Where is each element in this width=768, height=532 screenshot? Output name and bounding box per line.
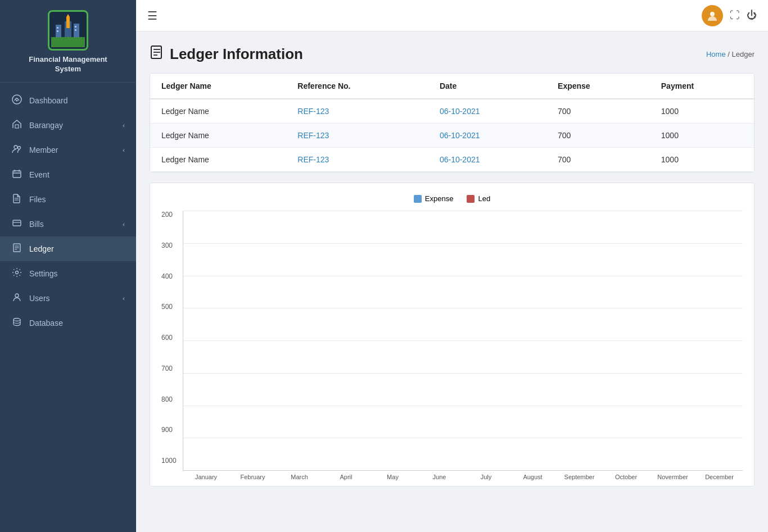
expense-legend-label: Expense [425, 194, 454, 203]
page-content: Ledger Information Home / Ledger Ledger … [136, 31, 768, 532]
x-axis-label: September [556, 471, 603, 480]
col-ledger-name: Ledger Name [150, 74, 286, 99]
bars-area [183, 211, 743, 471]
topbar: ☰ ⛶ ⏻ [136, 0, 768, 31]
grid-line [183, 211, 743, 243]
col-reference: Reference No. [286, 74, 428, 99]
chart-y-axis: 1000900800700600500400300200 [161, 211, 183, 480]
grid-line [183, 406, 743, 438]
ledger-icon [11, 243, 22, 255]
x-axis-label: February [229, 471, 276, 480]
page-header: Ledger Information Home / Ledger [150, 45, 755, 63]
cell-expense: 700 [546, 99, 650, 124]
topbar-actions: ⛶ ⏻ [702, 5, 757, 26]
svg-point-11 [12, 95, 21, 104]
breadcrumb-separator: / [728, 50, 731, 58]
breadcrumb-home-link[interactable]: Home [706, 50, 726, 58]
sidebar-item-event[interactable]: Event [0, 162, 136, 187]
settings-label: Settings [29, 269, 58, 278]
svg-point-27 [13, 318, 20, 321]
cell-payment: 1000 [650, 148, 754, 172]
menu-toggle-button[interactable]: ☰ [147, 9, 157, 22]
ledger-label: Ledger [29, 244, 54, 253]
cell-expense: 700 [546, 124, 650, 148]
fullscreen-icon[interactable]: ⛶ [730, 10, 740, 21]
legend-expense: Expense [414, 194, 454, 203]
y-axis-label: 600 [161, 334, 178, 342]
svg-point-25 [16, 271, 19, 274]
x-axis-label: October [603, 471, 649, 480]
y-axis-label: 800 [161, 395, 178, 403]
svg-rect-8 [57, 30, 58, 32]
logo-image [48, 10, 88, 51]
x-axis-label: Novermber [649, 471, 696, 480]
files-label: Files [29, 195, 46, 204]
chart-card: Expense Led 1000900800700600500400300200… [150, 183, 755, 486]
sidebar-item-ledger[interactable]: Ledger [0, 237, 136, 261]
table-row: Ledger Name REF-123 06-10-2021 700 1000 [150, 99, 754, 124]
y-axis-label: 1000 [161, 457, 178, 465]
sidebar-item-settings[interactable]: Settings [0, 261, 136, 286]
grid-line [183, 308, 743, 340]
chart-container: 1000900800700600500400300200 JanuaryFebr… [161, 211, 743, 480]
cell-payment: 1000 [650, 124, 754, 148]
page-title: Ledger Information [170, 46, 303, 63]
x-axis-label: May [369, 471, 416, 480]
sidebar-logo-area: Financial ManagementSystem [0, 0, 136, 83]
sidebar-item-member[interactable]: Member ‹ [0, 138, 136, 162]
app-title: Financial ManagementSystem [29, 55, 107, 74]
svg-rect-5 [66, 17, 70, 28]
cell-ref: REF-123 [286, 124, 428, 148]
user-avatar[interactable] [702, 5, 723, 26]
grid-line [183, 438, 743, 470]
bills-label: Bills [29, 220, 44, 229]
member-arrow: ‹ [123, 147, 125, 153]
cell-date: 06-10-2021 [428, 99, 546, 124]
breadcrumb: Home / Ledger [706, 50, 755, 58]
svg-rect-13 [15, 125, 19, 128]
grid-line [183, 373, 743, 406]
grid-line [183, 340, 743, 373]
dashboard-icon [11, 94, 22, 107]
sidebar-item-users[interactable]: Users ‹ [0, 286, 136, 311]
ledger-table-card: Ledger Name Reference No. Date Expense P… [150, 73, 755, 172]
x-axis-label: December [696, 471, 743, 480]
chart-area: JanuaryFebruaryMarchAprilMayJuneJulyAugu… [183, 211, 743, 480]
users-arrow: ‹ [123, 295, 125, 302]
col-date: Date [428, 74, 546, 99]
sidebar-item-dashboard[interactable]: Dashboard [0, 88, 136, 113]
sidebar-item-files[interactable]: Files [0, 187, 136, 212]
sidebar-item-barangay[interactable]: Barangay ‹ [0, 113, 136, 138]
svg-point-15 [18, 146, 21, 149]
ledger-table: Ledger Name Reference No. Date Expense P… [150, 74, 754, 172]
cell-ref: REF-123 [286, 99, 428, 124]
svg-point-26 [15, 294, 19, 297]
y-axis-label: 700 [161, 365, 178, 372]
chart-x-labels: JanuaryFebruaryMarchAprilMayJuneJulyAugu… [183, 471, 743, 480]
power-icon[interactable]: ⏻ [747, 10, 757, 21]
cell-ledger-name: Ledger Name [150, 124, 286, 148]
y-axis-label: 200 [161, 211, 178, 219]
y-axis-label: 300 [161, 242, 178, 249]
database-icon [11, 317, 22, 329]
chart-grid-lines [183, 211, 743, 470]
svg-rect-19 [13, 220, 21, 226]
led-legend-label: Led [478, 194, 490, 203]
table-body: Ledger Name REF-123 06-10-2021 700 1000 … [150, 99, 754, 172]
y-axis-label: 400 [161, 272, 178, 280]
cell-expense: 700 [546, 148, 650, 172]
x-axis-label: April [323, 471, 369, 480]
svg-point-12 [16, 99, 18, 101]
sidebar-item-database[interactable]: Database [0, 311, 136, 335]
legend-led: Led [467, 194, 490, 203]
svg-rect-16 [13, 171, 21, 178]
barangay-label: Barangay [29, 121, 63, 130]
settings-icon [11, 267, 22, 280]
bills-arrow: ‹ [123, 221, 125, 228]
barangay-icon [11, 119, 22, 131]
breadcrumb-current: Ledger [732, 50, 755, 58]
event-icon [11, 169, 22, 181]
main-area: ☰ ⛶ ⏻ Ledger Information Home [136, 0, 768, 532]
table-header-row: Ledger Name Reference No. Date Expense P… [150, 74, 754, 99]
sidebar-item-bills[interactable]: Bills ‹ [0, 212, 136, 237]
